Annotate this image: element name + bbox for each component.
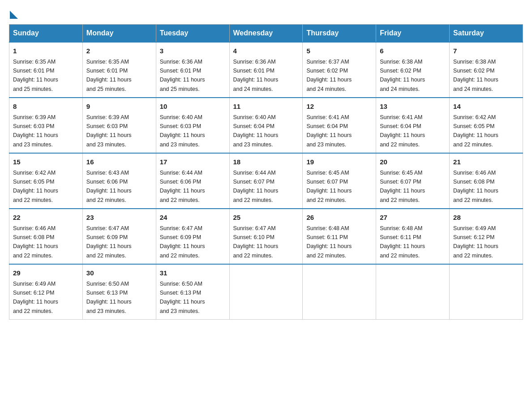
day-number: 8 [13,102,79,112]
day-info: Sunrise: 6:47 AMSunset: 6:09 PMDaylight:… [160,225,205,259]
calendar-cell: 25 Sunrise: 6:47 AMSunset: 6:10 PMDaylig… [229,209,303,264]
day-number: 7 [453,46,519,56]
calendar-cell: 29 Sunrise: 6:49 AMSunset: 6:12 PMDaylig… [9,264,83,320]
calendar-cell: 28 Sunrise: 6:49 AMSunset: 6:12 PMDaylig… [450,209,523,264]
week-row-4: 22 Sunrise: 6:46 AMSunset: 6:08 PMDaylig… [9,209,523,264]
day-info: Sunrise: 6:47 AMSunset: 6:10 PMDaylight:… [233,225,279,259]
calendar-cell: 20 Sunrise: 6:45 AMSunset: 6:07 PMDaylig… [376,153,450,209]
day-info: Sunrise: 6:42 AMSunset: 6:05 PMDaylight:… [453,114,498,148]
day-info: Sunrise: 6:38 AMSunset: 6:02 PMDaylight:… [453,59,498,92]
calendar-cell: 11 Sunrise: 6:40 AMSunset: 6:04 PMDaylig… [229,98,303,153]
day-info: Sunrise: 6:47 AMSunset: 6:09 PMDaylight:… [86,225,132,259]
day-number: 15 [13,157,79,167]
calendar-cell: 12 Sunrise: 6:41 AMSunset: 6:04 PMDaylig… [303,98,376,153]
day-info: Sunrise: 6:35 AMSunset: 6:01 PMDaylight:… [13,59,58,92]
day-number: 19 [306,157,372,167]
header-saturday: Saturday [450,25,523,43]
calendar-cell [229,264,303,320]
week-row-1: 1 Sunrise: 6:35 AMSunset: 6:01 PMDayligh… [9,42,523,98]
calendar-cell: 9 Sunrise: 6:39 AMSunset: 6:03 PMDayligh… [82,98,156,153]
calendar-cell: 7 Sunrise: 6:38 AMSunset: 6:02 PMDayligh… [450,42,523,98]
day-number: 30 [86,268,152,278]
day-number: 11 [233,102,299,112]
day-info: Sunrise: 6:48 AMSunset: 6:11 PMDaylight:… [306,225,352,259]
calendar-cell: 30 Sunrise: 6:50 AMSunset: 6:13 PMDaylig… [82,264,156,320]
day-number: 12 [306,102,372,112]
header-thursday: Thursday [303,25,376,43]
calendar-cell: 13 Sunrise: 6:41 AMSunset: 6:04 PMDaylig… [376,98,450,153]
day-info: Sunrise: 6:45 AMSunset: 6:07 PMDaylight:… [306,170,352,203]
calendar-cell: 4 Sunrise: 6:36 AMSunset: 6:01 PMDayligh… [229,42,303,98]
calendar-cell: 3 Sunrise: 6:36 AMSunset: 6:01 PMDayligh… [156,42,229,98]
day-info: Sunrise: 6:44 AMSunset: 6:07 PMDaylight:… [233,170,279,203]
day-info: Sunrise: 6:40 AMSunset: 6:04 PMDaylight:… [233,114,279,148]
day-info: Sunrise: 6:36 AMSunset: 6:01 PMDaylight:… [160,59,205,92]
day-number: 31 [160,268,226,278]
day-info: Sunrise: 6:49 AMSunset: 6:12 PMDaylight:… [13,281,58,314]
calendar-cell: 24 Sunrise: 6:47 AMSunset: 6:09 PMDaylig… [156,209,229,264]
week-row-5: 29 Sunrise: 6:49 AMSunset: 6:12 PMDaylig… [9,264,523,320]
day-info: Sunrise: 6:35 AMSunset: 6:01 PMDaylight:… [86,59,132,92]
calendar-cell: 17 Sunrise: 6:44 AMSunset: 6:06 PMDaylig… [156,153,229,209]
day-info: Sunrise: 6:46 AMSunset: 6:08 PMDaylight:… [453,170,498,203]
calendar-cell: 6 Sunrise: 6:38 AMSunset: 6:02 PMDayligh… [376,42,450,98]
day-info: Sunrise: 6:39 AMSunset: 6:03 PMDaylight:… [13,114,58,148]
day-number: 20 [380,157,446,167]
day-info: Sunrise: 6:36 AMSunset: 6:01 PMDaylight:… [233,59,279,92]
day-number: 26 [306,213,372,223]
day-info: Sunrise: 6:46 AMSunset: 6:08 PMDaylight:… [13,225,58,259]
calendar-cell: 31 Sunrise: 6:50 AMSunset: 6:13 PMDaylig… [156,264,229,320]
week-row-3: 15 Sunrise: 6:42 AMSunset: 6:05 PMDaylig… [9,153,523,209]
header-tuesday: Tuesday [156,25,229,43]
day-number: 17 [160,157,226,167]
day-info: Sunrise: 6:43 AMSunset: 6:06 PMDaylight:… [86,170,132,203]
calendar-cell: 10 Sunrise: 6:40 AMSunset: 6:03 PMDaylig… [156,98,229,153]
calendar-cell: 23 Sunrise: 6:47 AMSunset: 6:09 PMDaylig… [82,209,156,264]
calendar-cell: 26 Sunrise: 6:48 AMSunset: 6:11 PMDaylig… [303,209,376,264]
header-monday: Monday [82,25,156,43]
calendar-cell: 8 Sunrise: 6:39 AMSunset: 6:03 PMDayligh… [9,98,83,153]
day-info: Sunrise: 6:49 AMSunset: 6:12 PMDaylight:… [453,225,498,259]
calendar-cell: 1 Sunrise: 6:35 AMSunset: 6:01 PMDayligh… [9,42,83,98]
header-wednesday: Wednesday [229,25,303,43]
calendar-cell: 22 Sunrise: 6:46 AMSunset: 6:08 PMDaylig… [9,209,83,264]
header-friday: Friday [376,25,450,43]
day-info: Sunrise: 6:48 AMSunset: 6:11 PMDaylight:… [380,225,425,259]
calendar-cell: 21 Sunrise: 6:46 AMSunset: 6:08 PMDaylig… [450,153,523,209]
day-number: 6 [380,46,446,56]
day-number: 16 [86,157,152,167]
day-number: 5 [306,46,372,56]
day-info: Sunrise: 6:40 AMSunset: 6:03 PMDaylight:… [160,114,205,148]
day-number: 9 [86,102,152,112]
day-number: 4 [233,46,299,56]
day-number: 14 [453,102,519,112]
day-info: Sunrise: 6:38 AMSunset: 6:02 PMDaylight:… [380,59,425,92]
day-number: 21 [453,157,519,167]
calendar-cell: 19 Sunrise: 6:45 AMSunset: 6:07 PMDaylig… [303,153,376,209]
day-number: 3 [160,46,226,56]
calendar-cell: 14 Sunrise: 6:42 AMSunset: 6:05 PMDaylig… [450,98,523,153]
logo-triangle-icon [10,11,18,19]
day-number: 22 [13,213,79,223]
calendar-cell: 16 Sunrise: 6:43 AMSunset: 6:06 PMDaylig… [82,153,156,209]
day-number: 13 [380,102,446,112]
day-number: 27 [380,213,446,223]
calendar-cell [303,264,376,320]
calendar-cell: 18 Sunrise: 6:44 AMSunset: 6:07 PMDaylig… [229,153,303,209]
calendar-table: SundayMondayTuesdayWednesdayThursdayFrid… [9,24,523,320]
day-number: 28 [453,213,519,223]
week-row-2: 8 Sunrise: 6:39 AMSunset: 6:03 PMDayligh… [9,98,523,153]
day-number: 18 [233,157,299,167]
page-header [9,9,523,17]
day-info: Sunrise: 6:41 AMSunset: 6:04 PMDaylight:… [306,114,352,148]
day-number: 2 [86,46,152,56]
day-number: 10 [160,102,226,112]
calendar-cell: 2 Sunrise: 6:35 AMSunset: 6:01 PMDayligh… [82,42,156,98]
day-number: 24 [160,213,226,223]
header-sunday: Sunday [9,25,83,43]
day-info: Sunrise: 6:41 AMSunset: 6:04 PMDaylight:… [380,114,425,148]
day-info: Sunrise: 6:42 AMSunset: 6:05 PMDaylight:… [13,170,58,203]
day-info: Sunrise: 6:50 AMSunset: 6:13 PMDaylight:… [160,281,205,314]
day-number: 23 [86,213,152,223]
calendar-cell: 27 Sunrise: 6:48 AMSunset: 6:11 PMDaylig… [376,209,450,264]
